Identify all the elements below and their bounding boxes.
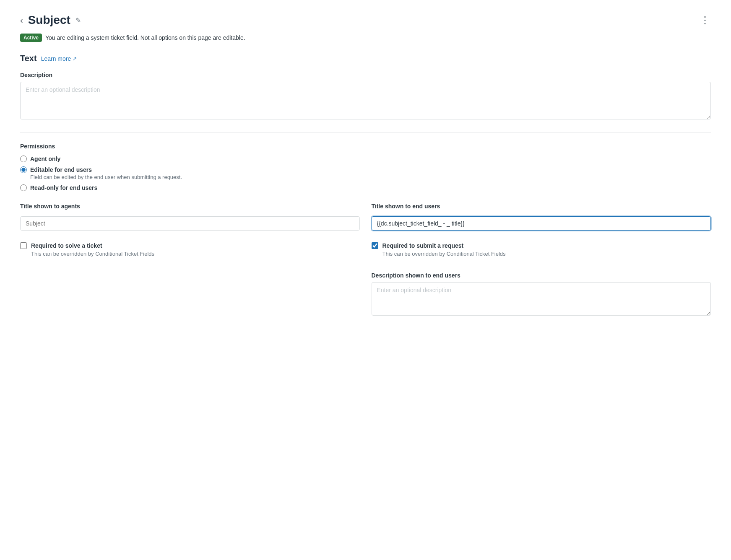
title-agents-input[interactable] [20,216,360,231]
radio-editable-end-users[interactable] [20,166,27,173]
titles-grid: Title shown to agents Title shown to end… [20,203,711,231]
radio-item-readonly-end-users: Read-only for end users [20,184,711,191]
required-submit-label: Required to submit a request [382,242,464,249]
radio-label-editable-end-users: Editable for end users [30,166,92,173]
required-checkboxes-grid: Required to solve a ticket This can be o… [20,242,711,317]
field-type-label: Text [20,54,37,63]
description-textarea[interactable] [20,82,711,119]
active-badge: Active [20,34,42,42]
required-solve-checkbox[interactable] [20,242,27,249]
radio-sublabel-editable-end-users: Field can be edited by the end user when… [30,174,711,180]
page-header: ‹ Subject ✎ ⋮ [20,13,711,27]
permissions-radio-group: Agent only Editable for end users Field … [20,156,711,191]
radio-readonly-end-users[interactable] [20,184,27,191]
title-end-users-label: Title shown to end users [372,203,711,210]
title-end-users-group: Title shown to end users [372,203,711,231]
end-user-description-textarea[interactable] [372,282,711,316]
right-required-section: Required to submit a request This can be… [372,242,711,317]
required-solve-label: Required to solve a ticket [31,242,102,249]
description-section: Description [20,72,711,121]
required-submit-section: Required to submit a request This can be… [372,242,711,257]
title-agents-label: Title shown to agents [20,203,360,210]
page-title: Subject [28,13,70,27]
section-divider [20,132,711,133]
description-label: Description [20,72,711,78]
radio-item-editable-end-users: Editable for end users Field can be edit… [20,166,711,180]
system-notice: Active You are editing a system ticket f… [20,34,711,42]
radio-agent-only[interactable] [20,156,27,162]
external-link-icon: ↗ [73,56,77,62]
required-submit-sublabel: This can be overridden by Conditional Ti… [382,251,711,257]
end-user-description-section: Description shown to end users [372,272,711,317]
permissions-section: Permissions Agent only Editable for end … [20,143,711,191]
notice-text: You are editing a system ticket field. N… [45,34,245,41]
more-options-icon[interactable]: ⋮ [700,14,711,26]
end-user-description-label: Description shown to end users [372,272,711,279]
edit-icon[interactable]: ✎ [75,16,81,24]
learn-more-link[interactable]: Learn more ↗ [41,55,77,62]
back-button[interactable]: ‹ [20,16,23,25]
required-solve-sublabel: This can be overridden by Conditional Ti… [31,251,360,257]
radio-label-agent-only: Agent only [30,156,60,162]
radio-item-agent-only: Agent only [20,156,711,162]
field-type-row: Text Learn more ↗ [20,54,711,63]
required-solve-section: Required to solve a ticket This can be o… [20,242,360,317]
required-submit-checkbox[interactable] [372,242,378,249]
title-agents-group: Title shown to agents [20,203,360,231]
radio-label-readonly-end-users: Read-only for end users [30,184,97,191]
permissions-title: Permissions [20,143,711,150]
title-end-users-input[interactable] [372,216,711,231]
